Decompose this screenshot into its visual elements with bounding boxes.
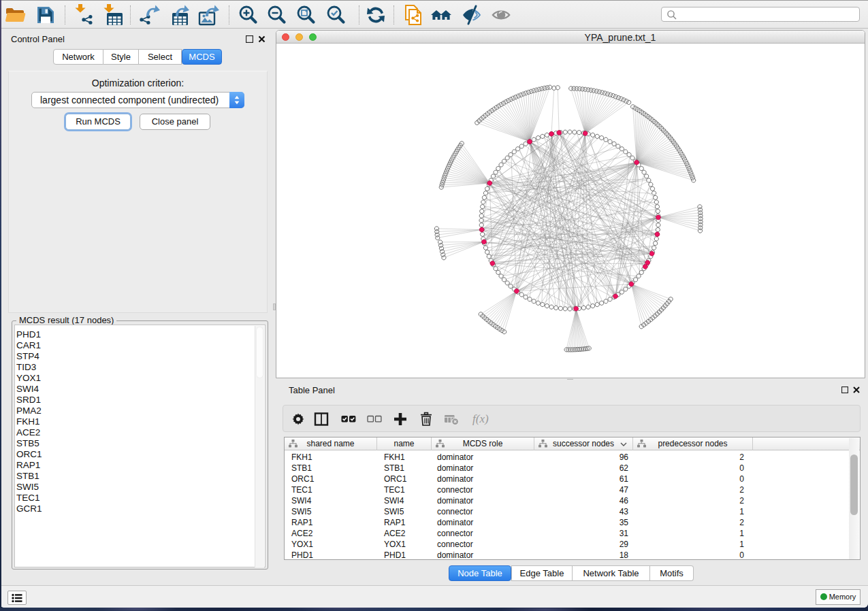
- svg-text:f(x): f(x): [472, 412, 489, 425]
